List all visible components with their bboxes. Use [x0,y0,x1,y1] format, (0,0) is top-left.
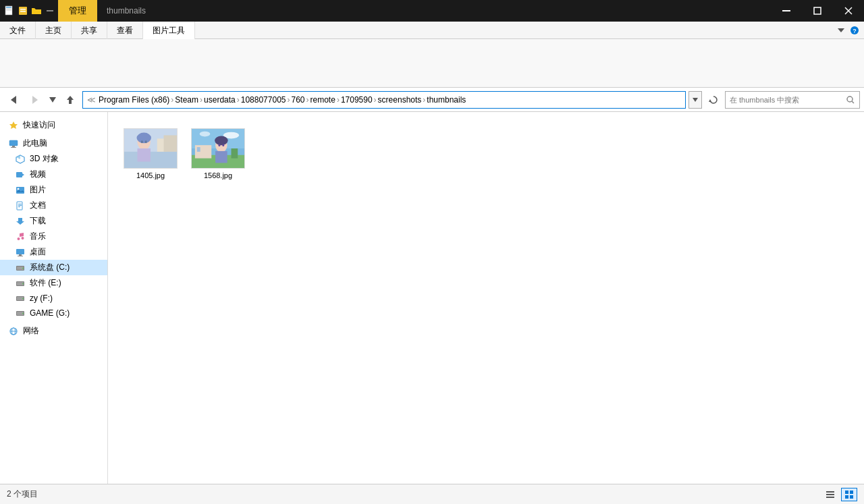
music-icon [15,231,26,242]
sidebar-item-f-drive[interactable]: zy (F:) [0,291,107,306]
refresh-button[interactable] [705,91,722,109]
svg-rect-30 [16,172,22,177]
quick-access-label: 快速访问 [23,119,55,131]
3d-objects-icon [15,154,26,165]
title-text: 管理 [69,5,86,17]
address-path[interactable]: ≪ Program Files (x86) › Steam › userdata… [82,91,686,109]
pictures-label: 图片 [30,184,46,196]
svg-point-41 [22,237,24,240]
file-item-1405[interactable]: 1405.jpg [120,124,181,184]
this-pc-section: 此电脑 3D 对象 视频 [0,134,107,322]
svg-marker-17 [49,97,56,103]
tab-share[interactable]: 共享 [72,22,107,39]
svg-point-53 [22,298,24,300]
sidebar-item-network[interactable]: 网络 [0,323,107,339]
sidebar-item-pictures[interactable]: 图片 [0,182,107,198]
svg-point-66 [137,133,151,144]
list-view-button[interactable] [822,488,838,501]
sidebar-item-e-drive[interactable]: 软件 (E:) [0,275,107,291]
svg-rect-19 [69,100,72,104]
quick-access-icon [8,120,19,131]
svg-rect-42 [16,249,24,254]
tab-home[interactable]: 主页 [36,22,72,39]
svg-line-23 [852,101,854,103]
sidebar-item-desktop[interactable]: 桌面 [0,244,107,260]
svg-rect-88 [850,495,853,499]
videos-icon [15,169,26,180]
desktop-icon [15,247,26,258]
address-bar: ≪ Program Files (x86) › Steam › userdata… [0,88,864,112]
path-dropdown-button[interactable] [688,91,702,109]
svg-marker-39 [16,218,24,225]
up-button[interactable] [61,91,80,109]
svg-rect-83 [826,494,834,495]
file-thumbnail-1568 [191,128,245,169]
svg-marker-18 [67,96,74,100]
tab-view[interactable]: 查看 [107,22,143,39]
ribbon-active-tab-title: 管理 [58,0,97,22]
svg-rect-87 [845,495,848,499]
file-grid: 1405.jpg [115,119,857,189]
pictures-icon [15,185,26,196]
svg-rect-26 [12,146,15,147]
restore-button[interactable] [802,0,833,22]
svg-point-33 [18,188,20,190]
help-icon[interactable]: ? [848,24,861,37]
network-icon [8,326,19,337]
item-count: 2 个项目 [7,488,38,500]
search-icon[interactable] [842,91,859,109]
svg-point-50 [22,283,24,284]
search-input[interactable] [726,96,842,104]
svg-point-40 [18,237,20,240]
svg-rect-76 [197,147,200,152]
svg-point-68 [145,140,147,143]
sidebar-item-this-pc[interactable]: 此电脑 [0,136,107,151]
sidebar-item-quick-access[interactable]: 快速访问 [0,117,107,133]
ribbon-expand-icon[interactable] [834,24,848,37]
main-layout: 快速访问 此电脑 [0,112,864,484]
svg-rect-38 [18,206,20,207]
svg-point-47 [22,267,24,269]
close-button[interactable] [833,0,864,22]
svg-text:?: ? [853,28,857,34]
sidebar: 快速访问 此电脑 [0,112,108,484]
svg-rect-82 [826,491,834,493]
content-area: 1405.jpg [108,112,864,484]
svg-rect-5 [20,9,26,10]
svg-marker-15 [11,96,16,104]
sidebar-item-3d-objects[interactable]: 3D 对象 [0,151,107,167]
e-drive-icon [15,278,26,289]
f-drive-label: zy (F:) [30,293,53,303]
file-item-1568[interactable]: 1568.jpg [188,124,248,184]
svg-point-67 [141,140,143,143]
grid-view-button[interactable] [841,488,857,501]
svg-rect-9 [814,7,821,14]
svg-rect-44 [18,256,23,256]
svg-rect-43 [19,254,22,256]
sidebar-item-downloads[interactable]: 下载 [0,213,107,229]
sidebar-item-g-drive[interactable]: GAME (G:) [0,306,107,320]
sidebar-item-documents[interactable]: 文档 [0,198,107,213]
title-bar-controls [771,0,864,22]
svg-rect-85 [845,491,848,494]
forward-button[interactable] [26,91,45,109]
e-drive-label: 软件 (E:) [30,277,61,289]
sidebar-item-c-drive[interactable]: 系统盘 (C:) [0,260,107,275]
dash-icon [45,5,55,16]
svg-rect-86 [850,491,853,494]
svg-rect-27 [11,147,16,148]
file-name-1405: 1405.jpg [136,171,165,179]
svg-point-80 [218,144,220,146]
back-button[interactable] [4,91,23,109]
svg-rect-25 [9,140,18,146]
tab-file[interactable]: 文件 [0,22,36,39]
sidebar-item-music[interactable]: 音乐 [0,229,107,244]
dropdown-button[interactable] [47,91,58,109]
tab-picture-tools[interactable]: 图片工具 [143,22,195,39]
minimize-button[interactable] [771,0,802,22]
g-drive-icon [15,308,26,318]
search-box[interactable] [725,91,860,109]
music-label: 音乐 [30,231,46,242]
svg-rect-3 [6,10,11,11]
sidebar-item-videos[interactable]: 视频 [0,167,107,182]
